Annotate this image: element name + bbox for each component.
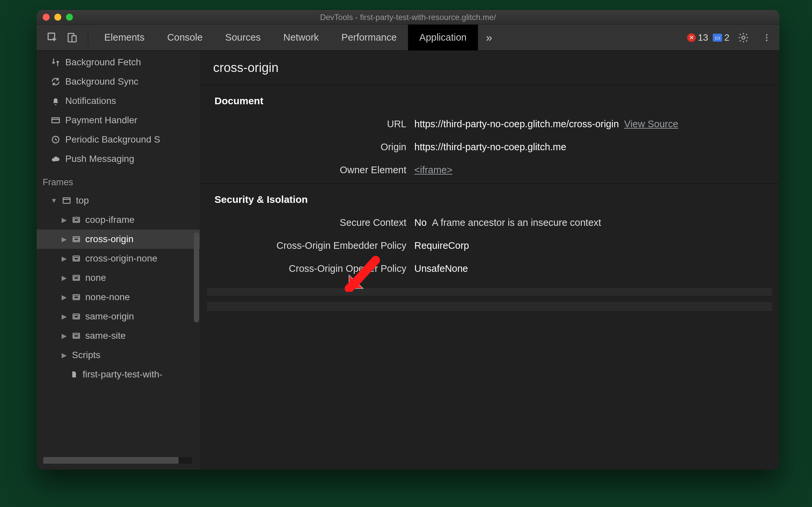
frame-label: coop-iframe	[85, 215, 134, 225]
document-icon	[70, 370, 78, 379]
frame-label: none-none	[85, 292, 130, 302]
frame-item-coop-iframe[interactable]: ▶ coop-iframe	[37, 210, 200, 229]
frame-item-none[interactable]: ▶ none	[37, 268, 200, 287]
row-origin: Origin https://third-party-no-coep.glitc…	[200, 135, 779, 159]
minimize-window-button[interactable]	[54, 14, 61, 21]
row-secure-context: Secure Context No A frame ancestor is an…	[200, 211, 779, 234]
origin-value: https://third-party-no-coep.glitch.me	[414, 142, 566, 153]
scripts-label: Scripts	[72, 350, 101, 360]
more-menu-icon[interactable]	[757, 28, 776, 47]
caret-right-icon: ▶	[61, 216, 67, 224]
sync-icon	[51, 76, 61, 87]
tab-sources[interactable]: Sources	[214, 25, 272, 50]
row-coop: Cross-Origin Opener Policy UnsafeNone	[200, 257, 779, 280]
svg-point-4	[766, 34, 768, 36]
sidebar-vertical-scrollbar[interactable]	[194, 232, 199, 323]
owner-label: Owner Element	[200, 165, 414, 176]
caret-right-icon: ▶	[61, 313, 67, 321]
secure-context-note: A frame ancestor is an insecure context	[432, 217, 601, 228]
coop-label: Cross-Origin Opener Policy	[200, 263, 414, 274]
secure-context-value: No	[414, 217, 427, 228]
row-owner-element: Owner Element <iframe>	[200, 159, 779, 181]
svg-rect-17	[74, 277, 78, 279]
frame-icon	[72, 312, 80, 321]
caret-right-icon: ▶	[61, 255, 67, 263]
frame-icon	[72, 293, 80, 301]
document-heading: Document	[200, 85, 779, 113]
svg-rect-13	[74, 238, 78, 241]
sidebar-item-push-messaging[interactable]: Push Messaging	[37, 149, 200, 169]
devtools-tabbar: Elements Console Sources Network Perform…	[37, 25, 779, 51]
console-issue-counts[interactable]: ✕ 13 ▭ 2	[687, 32, 730, 43]
svg-rect-15	[74, 258, 78, 260]
sidebar-label: Notifications	[65, 96, 116, 106]
inspect-element-icon[interactable]	[45, 30, 61, 46]
frame-label: same-origin	[85, 311, 134, 322]
caret-right-icon: ▶	[61, 332, 67, 340]
card-icon	[51, 115, 61, 125]
sidebar-label: Background Sync	[65, 76, 138, 87]
frame-item-same-origin[interactable]: ▶ same-origin	[37, 307, 200, 326]
caret-right-icon: ▶	[61, 293, 67, 301]
tab-elements[interactable]: Elements	[93, 25, 156, 50]
frame-icon	[72, 235, 80, 243]
svg-rect-23	[74, 335, 78, 337]
owner-element-link[interactable]: <iframe>	[414, 165, 452, 176]
svg-point-3	[742, 36, 745, 39]
frame-item-cross-origin-none[interactable]: ▶ cross-origin-none	[37, 249, 200, 268]
sidebar-item-payment-handler[interactable]: Payment Handler	[37, 111, 200, 130]
tab-application[interactable]: Application	[408, 25, 478, 50]
frames-top[interactable]: ▼ top	[37, 191, 200, 210]
sidebar-horizontal-scrollbar-thumb[interactable]	[43, 457, 178, 464]
frame-icon	[72, 254, 80, 263]
tab-network[interactable]: Network	[272, 25, 330, 50]
window-icon	[62, 196, 71, 205]
frame-icon	[72, 274, 80, 282]
frame-detail-pane: cross-origin Document URL https://third-…	[200, 51, 779, 470]
sidebar-horizontal-scrollbar-track[interactable]	[43, 457, 192, 464]
url-label: URL	[200, 119, 414, 129]
tab-performance[interactable]: Performance	[330, 25, 408, 50]
secure-context-label: Secure Context	[200, 217, 414, 228]
frame-label: cross-origin-none	[85, 253, 157, 264]
script-item[interactable]: first-party-test-with-	[37, 365, 200, 384]
frame-item-cross-origin[interactable]: ▶ cross-origin	[37, 229, 200, 249]
sidebar-label: Background Fetch	[65, 57, 141, 68]
info-badge-icon: ▭	[713, 34, 722, 42]
window-controls	[43, 14, 73, 21]
device-toolbar-icon[interactable]	[64, 30, 80, 46]
view-source-link[interactable]: View Source	[624, 119, 678, 129]
tab-console[interactable]: Console	[156, 25, 214, 50]
sidebar-label: Periodic Background S	[65, 134, 160, 145]
tabs-overflow-icon[interactable]: »	[478, 31, 500, 44]
frame-label: none	[85, 273, 106, 283]
sidebar-item-background-fetch[interactable]: Background Fetch	[37, 53, 200, 72]
row-url: URL https://third-party-no-coep.glitch.m…	[200, 113, 779, 135]
window-title: DevTools - first-party-test-with-resourc…	[37, 13, 779, 22]
origin-label: Origin	[200, 142, 414, 153]
close-window-button[interactable]	[43, 14, 50, 21]
sidebar-item-notifications[interactable]: Notifications	[37, 91, 200, 111]
sidebar-item-background-sync[interactable]: Background Sync	[37, 72, 200, 91]
script-label: first-party-test-with-	[82, 369, 163, 380]
frame-item-scripts[interactable]: ▶ Scripts	[37, 345, 200, 365]
caret-right-icon: ▶	[61, 235, 67, 243]
frame-item-same-site[interactable]: ▶ same-site	[37, 326, 200, 345]
application-sidebar: Background Fetch Background Sync Notific…	[37, 51, 200, 470]
cloud-icon	[51, 154, 61, 164]
info-count: 2	[724, 32, 730, 43]
caret-right-icon: ▶	[61, 351, 67, 359]
svg-rect-11	[74, 219, 78, 222]
sidebar-item-periodic-background-sync[interactable]: Periodic Background S	[37, 130, 200, 149]
detail-horizontal-scrollbar[interactable]	[207, 287, 773, 296]
coop-value: UnsafeNone	[414, 263, 468, 274]
svg-rect-19	[74, 296, 78, 299]
zoom-window-button[interactable]	[66, 14, 73, 21]
clock-icon	[51, 134, 61, 145]
sidebar-label: Push Messaging	[65, 154, 134, 164]
caret-down-icon: ▼	[51, 197, 57, 205]
frame-item-none-none[interactable]: ▶ none-none	[37, 287, 200, 307]
settings-gear-icon[interactable]	[734, 28, 753, 47]
svg-rect-21	[74, 316, 78, 318]
svg-point-5	[766, 37, 768, 38]
